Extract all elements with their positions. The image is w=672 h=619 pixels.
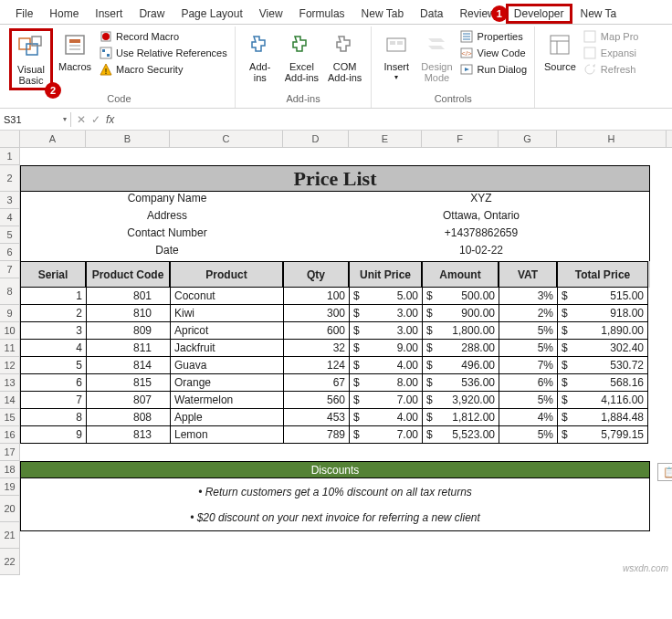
row-header-7[interactable]: 7: [0, 261, 20, 278]
tab-home[interactable]: Home: [41, 4, 87, 24]
confirm-formula-icon[interactable]: ✓: [91, 113, 100, 126]
row-header-2[interactable]: 2: [0, 165, 20, 192]
col-header-d[interactable]: D: [283, 131, 349, 147]
col-header-e[interactable]: E: [349, 131, 422, 147]
com-addins-button[interactable]: COM Add-ins: [324, 28, 365, 85]
table-cell: 814: [86, 357, 170, 374]
table-cell: $288.00: [422, 340, 499, 357]
row-header-4[interactable]: 4: [0, 209, 20, 226]
view-code-button[interactable]: </> View Code: [458, 45, 529, 60]
col-header-c[interactable]: C: [170, 131, 283, 147]
table-row[interactable]: 4811Jackfruit32$9.00$288.005%$302.40: [20, 340, 650, 357]
col-header-g[interactable]: G: [499, 131, 557, 147]
row-header-13[interactable]: 13: [0, 374, 20, 392]
row-header-3[interactable]: 3: [0, 192, 20, 209]
chevron-down-icon: ▾: [63, 115, 67, 123]
properties-label: Properties: [478, 31, 523, 42]
info-label: Address: [21, 209, 313, 226]
row-header-19[interactable]: 19: [0, 478, 20, 496]
tab-developer[interactable]: Developer: [506, 4, 572, 24]
tab-view[interactable]: View: [251, 4, 291, 24]
row-header-16[interactable]: 16: [0, 426, 20, 444]
relative-refs-button[interactable]: Use Relative References: [97, 45, 229, 60]
row-header-20[interactable]: 20: [0, 496, 20, 522]
row-header-8[interactable]: 8: [0, 278, 20, 305]
row-header-22[interactable]: 22: [0, 549, 20, 575]
table-row[interactable]: 7807Watermelon560$7.00$3,920.005%$4,116.…: [20, 392, 650, 409]
table-row[interactable]: 5814Guava124$4.00$496.007%$530.72: [20, 357, 650, 374]
info-row: Date10-02-22: [20, 244, 650, 261]
svg-marker-17: [428, 38, 445, 42]
table-row[interactable]: 1801Coconut100$5.00$500.003%$515.00: [20, 288, 650, 305]
insert-control-button[interactable]: Insert ▾: [377, 28, 415, 84]
table-row[interactable]: 2810Kiwi300$3.00$900.002%$918.00: [20, 305, 650, 322]
row-header-14[interactable]: 14: [0, 392, 20, 409]
table-cell: 6: [20, 374, 86, 392]
refresh-label: Refresh: [601, 64, 636, 75]
design-mode-button[interactable]: Design Mode: [417, 28, 456, 85]
paste-options-icon[interactable]: 📋: [657, 463, 672, 481]
run-dialog-icon: [460, 62, 474, 76]
table-row[interactable]: 8808Apple453$4.00$1,812.004%$1,884.48: [20, 409, 650, 426]
tab-file[interactable]: File: [7, 4, 41, 24]
row-header-5[interactable]: 5: [0, 226, 20, 244]
svg-text:</>: </>: [461, 49, 472, 58]
formula-input[interactable]: [120, 118, 672, 121]
table-cell: 7%: [499, 357, 557, 374]
com-addins-label: COM Add-ins: [328, 61, 362, 83]
row-header-17[interactable]: 17: [0, 444, 20, 461]
macros-button[interactable]: Macros: [55, 28, 95, 74]
expansion-icon: [583, 46, 597, 59]
svg-marker-26: [465, 68, 469, 71]
table-cell: 808: [86, 409, 170, 426]
row-header-11[interactable]: 11: [0, 340, 20, 357]
table-row[interactable]: 9813Lemon789$7.00$5,523.005%$5,799.15: [20, 426, 650, 444]
col-header-f[interactable]: F: [422, 131, 499, 147]
row-header-9[interactable]: 9: [0, 305, 20, 322]
record-macro-button[interactable]: Record Macro: [97, 28, 229, 44]
table-row[interactable]: 6815Orange67$8.00$536.006%$568.16: [20, 374, 650, 392]
tab-data[interactable]: Data: [412, 4, 451, 24]
fx-icon[interactable]: fx: [106, 113, 114, 126]
expansion-packs-button[interactable]: Expansi: [582, 45, 641, 60]
source-button[interactable]: Source: [541, 28, 580, 74]
tab-new-ta[interactable]: New Ta: [572, 4, 625, 24]
visual-basic-button[interactable]: Visual Basic: [12, 31, 50, 88]
tab-insert[interactable]: Insert: [87, 4, 131, 24]
table-cell: Watermelon: [170, 392, 283, 409]
table-row[interactable]: 3809Apricot600$3.00$1,800.005%$1,890.00: [20, 322, 650, 340]
row-header-18[interactable]: 18: [0, 461, 20, 478]
row-header-6[interactable]: 6: [0, 244, 20, 261]
properties-button[interactable]: Properties: [458, 28, 529, 44]
col-header-h[interactable]: H: [557, 131, 667, 147]
row-header-10[interactable]: 10: [0, 322, 20, 340]
excel-addins-button[interactable]: Excel Add-ins: [281, 28, 322, 85]
tab-draw[interactable]: Draw: [131, 4, 173, 24]
run-dialog-button[interactable]: Run Dialog: [458, 61, 529, 77]
tab-new-tab[interactable]: New Tab: [353, 4, 412, 24]
name-box[interactable]: S31 ▾: [0, 112, 71, 127]
row-header-21[interactable]: 21: [0, 522, 20, 549]
col-header-a[interactable]: A: [20, 131, 86, 147]
tab-page-layout[interactable]: Page Layout: [173, 4, 250, 24]
map-properties-button[interactable]: Map Pro: [582, 28, 641, 44]
table-cell: $3.00: [349, 322, 422, 340]
addins-button[interactable]: Add- ins: [241, 28, 279, 85]
row-header-15[interactable]: 15: [0, 409, 20, 426]
col-header-b[interactable]: B: [86, 131, 170, 147]
chevron-down-icon: ▾: [394, 74, 398, 82]
table-cell: 2: [20, 305, 86, 322]
run-dialog-label: Run Dialog: [478, 64, 527, 75]
cancel-formula-icon[interactable]: ✕: [77, 113, 86, 126]
table-cell: $530.72: [557, 357, 648, 374]
refresh-button[interactable]: Refresh: [582, 61, 641, 77]
record-macro-icon: [99, 29, 112, 43]
table-cell: $3,920.00: [422, 392, 499, 409]
table-cell: 7: [20, 392, 86, 409]
row-header-12[interactable]: 12: [0, 357, 20, 374]
macro-security-button[interactable]: ! Macro Security: [97, 61, 229, 77]
row-header-1[interactable]: 1: [0, 148, 20, 165]
tab-formulas[interactable]: Formulas: [291, 4, 353, 24]
table-cell: $500.00: [422, 288, 499, 305]
select-all-corner[interactable]: [0, 131, 20, 147]
